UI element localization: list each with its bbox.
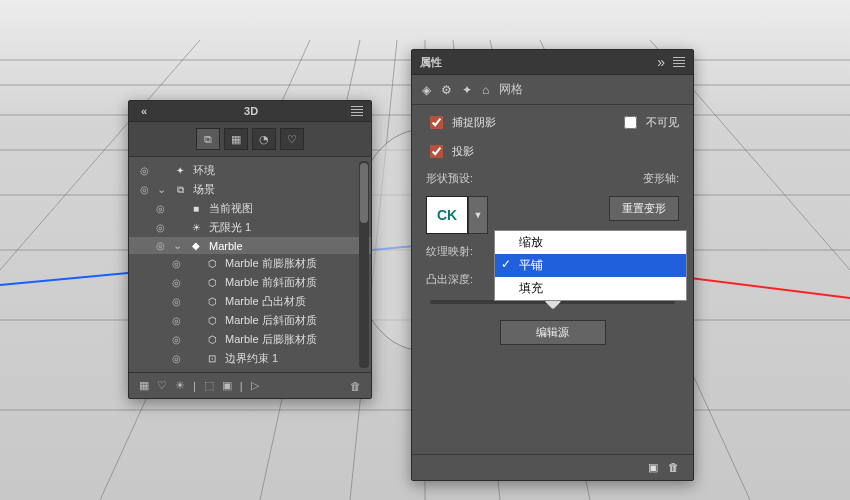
footer-icon[interactable]: ▦ [139, 379, 149, 392]
chevron-left-icon[interactable]: « [137, 105, 151, 117]
capture-shadow-check[interactable]: 捕捉阴影 [426, 113, 496, 132]
footer-icon[interactable]: ☀ [175, 379, 185, 392]
invisible-check[interactable]: 不可见 [620, 113, 679, 132]
panel-3d-footer: ▦ ♡ ☀ | ⬚ ▣ | ▷ 🗑 [129, 372, 371, 398]
panel-menu-icon[interactable] [673, 57, 685, 67]
panel-properties-header[interactable]: 属性 » [412, 50, 693, 75]
reset-deform-button[interactable]: 重置变形 [609, 196, 679, 221]
collapse-icon[interactable]: » [657, 54, 665, 70]
properties-subtabs: ◈ ⚙ ✦ ⌂ 网格 [412, 75, 693, 105]
visibility-eye-icon[interactable]: ◎ [137, 184, 151, 195]
visibility-eye-icon[interactable]: ◎ [169, 334, 183, 345]
dropdown-option[interactable]: 平铺 [495, 254, 686, 277]
shape-preset-dropdown-icon[interactable]: ▼ [468, 196, 488, 234]
scene-tree-row[interactable]: ◎⌄⧉场景 [129, 180, 371, 199]
scrollbar[interactable] [359, 161, 369, 368]
coords-tab-icon[interactable]: ✦ [462, 83, 472, 97]
filter-tab-strip: ⧉ ▦ ◔ ♡ [129, 122, 371, 157]
panel-3d: « 3D ⧉ ▦ ◔ ♡ ◎✦环境◎⌄⧉场景◎■当前视图◎☀无限光 1◎⌄◆Ma… [128, 100, 372, 399]
visibility-eye-icon[interactable]: ◎ [169, 296, 183, 307]
panel-menu-icon[interactable] [351, 106, 363, 116]
trash-icon[interactable]: 🗑 [350, 380, 361, 392]
cast-shadow-check[interactable]: 投影 [426, 142, 679, 161]
visibility-eye-icon[interactable]: ◎ [169, 277, 183, 288]
shape-preset-label: 形状预设: [426, 171, 486, 186]
scene-tree-row[interactable]: ◎⬡Marble 前斜面材质 [129, 273, 371, 292]
shape-preset-swatch[interactable]: CK [426, 196, 468, 234]
panel-properties-title: 属性 [420, 55, 442, 70]
visibility-eye-icon[interactable]: ◎ [153, 203, 167, 214]
footer-icon[interactable]: ▣ [222, 379, 232, 392]
panel-3d-title: 3D [244, 105, 258, 117]
deform-axis-label: 变形轴: [619, 171, 679, 186]
mesh-tab-icon[interactable]: ◈ [422, 83, 431, 97]
deform-tab-icon[interactable]: ⚙ [441, 83, 452, 97]
trash-icon[interactable]: 🗑 [668, 461, 679, 474]
scene-tree-row[interactable]: ◎⬡Marble 后膨胀材质 [129, 330, 371, 349]
filter-mesh-icon[interactable]: ▦ [224, 128, 248, 150]
scene-tree[interactable]: ◎✦环境◎⌄⧉场景◎■当前视图◎☀无限光 1◎⌄◆Marble◎⬡Marble … [129, 157, 371, 372]
dropdown-option[interactable]: 缩放 [495, 231, 686, 254]
edit-source-button[interactable]: 编辑源 [500, 320, 606, 345]
filter-scene-icon[interactable]: ⧉ [196, 128, 220, 150]
scene-tree-row[interactable]: ◎⌄◆Marble [129, 237, 371, 254]
visibility-eye-icon[interactable]: ◎ [169, 353, 183, 364]
visibility-eye-icon[interactable]: ◎ [169, 315, 183, 326]
scene-tree-row[interactable]: ◎⬡Marble 前膨胀材质 [129, 254, 371, 273]
visibility-eye-icon[interactable]: ◎ [153, 222, 167, 233]
render-settings-icon[interactable]: ▣ [648, 461, 658, 474]
footer-icon[interactable]: ♡ [157, 379, 167, 392]
properties-footer: ▣ 🗑 [412, 454, 693, 480]
panel-3d-header[interactable]: « 3D [129, 101, 371, 122]
texture-mapping-label: 纹理映射: [426, 244, 486, 259]
visibility-eye-icon[interactable]: ◎ [137, 165, 151, 176]
extrude-depth-slider[interactable] [430, 300, 675, 304]
scene-tree-row[interactable]: ◎✦环境 [129, 161, 371, 180]
scene-tree-row[interactable]: ◎⬡Marble 后斜面材质 [129, 311, 371, 330]
mesh-label: 网格 [499, 81, 523, 98]
scene-tree-row[interactable]: ◎☀无限光 1 [129, 218, 371, 237]
scene-tree-row[interactable]: ◎⬡Marble 凸出材质 [129, 292, 371, 311]
dropdown-option[interactable]: 填充 [495, 277, 686, 300]
footer-icon[interactable]: ⬚ [204, 379, 214, 392]
panel-properties: 属性 » ◈ ⚙ ✦ ⌂ 网格 捕捉阴影 不可见 投影 形状预设: 变形轴: C… [411, 49, 694, 481]
scene-tree-row[interactable]: ◎■当前视图 [129, 199, 371, 218]
footer-render-icon[interactable]: ▷ [251, 379, 259, 392]
scene-tree-row[interactable]: ◎⊡边界约束 1 [129, 349, 371, 368]
visibility-eye-icon[interactable]: ◎ [153, 240, 167, 251]
cap-tab-icon[interactable]: ⌂ [482, 83, 489, 97]
filter-material-icon[interactable]: ◔ [252, 128, 276, 150]
filter-light-icon[interactable]: ♡ [280, 128, 304, 150]
extrude-depth-label: 凸出深度: [426, 272, 486, 287]
visibility-eye-icon[interactable]: ◎ [169, 258, 183, 269]
